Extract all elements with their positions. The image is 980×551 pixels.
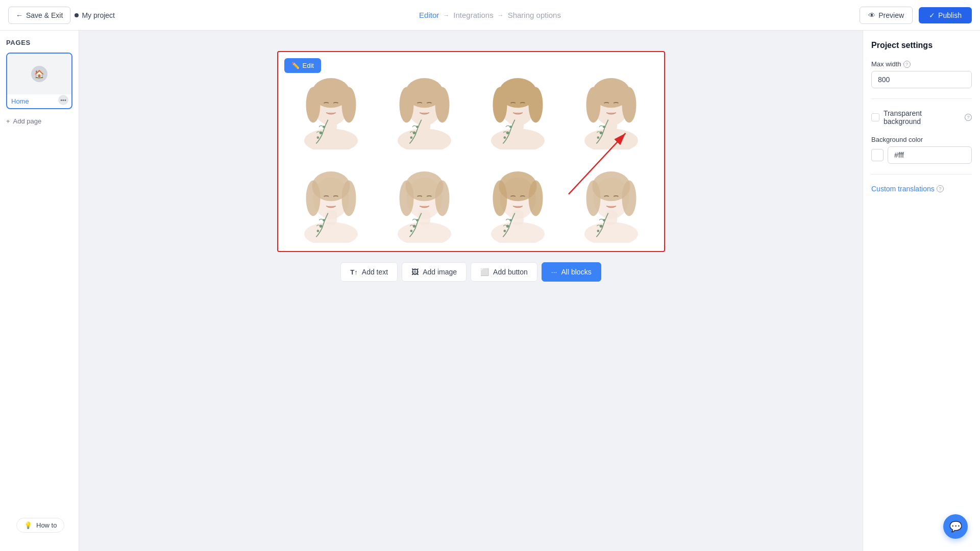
svg-point-34 (599, 131, 602, 134)
bg-color-row (871, 146, 972, 164)
project-name: My project (75, 11, 115, 19)
svg-point-63 (584, 222, 638, 243)
add-image-button[interactable]: 🖼 Add image (402, 262, 467, 282)
max-width-group: Max width ? (871, 60, 972, 88)
svg-point-62 (503, 230, 506, 232)
max-width-label: Max width ? (871, 60, 972, 68)
illustration-1 (286, 60, 376, 149)
svg-point-40 (306, 181, 320, 216)
edit-button[interactable]: ✏️ Edit (284, 58, 321, 73)
add-page-button[interactable]: + Add page (6, 115, 72, 127)
add-page-label: Add page (13, 117, 42, 125)
canvas-toolbar: T↑ Add text 🖼 Add image ⬜ Add button ···… (340, 262, 601, 282)
canvas-grid (278, 52, 664, 251)
svg-point-53 (410, 230, 412, 232)
max-width-input[interactable] (871, 71, 972, 88)
home-icon: 🏠 (31, 66, 47, 82)
svg-point-54 (491, 222, 545, 243)
svg-point-18 (491, 129, 545, 149)
check-icon: ✓ (929, 11, 935, 19)
dot-icon (75, 13, 79, 17)
svg-point-26 (503, 136, 506, 139)
svg-point-9 (398, 129, 451, 149)
button-icon: ⬜ (480, 268, 489, 276)
svg-point-68 (622, 181, 636, 216)
publish-label: Publish (938, 11, 962, 19)
edit-label: Edit (303, 62, 314, 69)
svg-point-41 (341, 181, 356, 216)
project-name-text: My project (82, 11, 115, 19)
illustration-6 (380, 154, 469, 243)
svg-point-67 (586, 181, 600, 216)
transparent-bg-label: Transparent background (884, 109, 961, 126)
custom-translations-link[interactable]: Custom translations ? (871, 185, 972, 193)
add-button-button[interactable]: ⬜ Add button (471, 262, 537, 282)
step-sharing[interactable]: Sharing options (508, 11, 561, 19)
svg-point-35 (597, 136, 599, 139)
svg-point-50 (435, 181, 449, 216)
svg-point-59 (528, 181, 543, 216)
arrow-icon-2: → (498, 12, 504, 19)
svg-point-13 (399, 87, 413, 123)
page-menu-icon[interactable]: ••• (58, 95, 68, 105)
custom-translations-label: Custom translations (871, 185, 935, 193)
svg-point-49 (399, 181, 413, 216)
navbar-right: 👁 Preview ✓ Publish (860, 7, 972, 24)
bg-color-group: Background color (871, 136, 972, 164)
all-blocks-button[interactable]: ··· All blocks (542, 262, 601, 282)
navbar-left: ← Save & Exit My project (8, 7, 115, 24)
add-button-label: Add button (493, 268, 528, 276)
svg-point-17 (410, 136, 412, 139)
page-card-inner: 🏠 (7, 54, 71, 94)
svg-point-4 (306, 87, 320, 123)
canvas-area: ✏️ Edit (79, 31, 863, 551)
svg-point-8 (316, 136, 319, 139)
illustration-3 (473, 60, 562, 149)
page-card-home[interactable]: 🏠 Home ••• (6, 53, 72, 109)
svg-point-44 (316, 230, 319, 232)
svg-point-0 (304, 129, 358, 149)
bg-color-input[interactable] (888, 146, 972, 164)
blocks-icon: ··· (551, 268, 557, 276)
svg-point-31 (586, 87, 600, 123)
add-text-label: Add text (362, 268, 388, 276)
illustration-5 (286, 154, 376, 243)
svg-point-14 (435, 87, 449, 123)
divider-1 (871, 98, 972, 99)
pencil-icon: ✏️ (291, 62, 300, 69)
panel-title: Project settings (871, 41, 972, 50)
sidebar: Pages 🏠 Home ••• + Add page 💡 How to (0, 31, 79, 551)
illustration-2 (380, 60, 469, 149)
divider-2 (871, 174, 972, 174)
illustration-7 (473, 154, 562, 243)
all-blocks-label: All blocks (561, 268, 592, 276)
svg-point-58 (493, 181, 507, 216)
custom-translations-section: Custom translations ? (871, 185, 972, 193)
bulb-icon: 💡 (24, 521, 32, 529)
illustration-4 (567, 60, 656, 149)
publish-button[interactable]: ✓ Publish (919, 7, 972, 23)
step-integrations[interactable]: Integrations (453, 11, 493, 19)
save-exit-button[interactable]: ← Save & Exit (8, 7, 70, 24)
add-image-label: Add image (423, 268, 457, 276)
step-editor[interactable]: Editor (419, 11, 439, 19)
transparent-bg-checkbox[interactable] (871, 113, 879, 121)
canvas-wrapper: ✏️ Edit (277, 51, 665, 252)
chat-button[interactable]: 💬 (943, 514, 968, 539)
bg-color-swatch[interactable] (871, 149, 884, 161)
text-icon: T↑ (350, 268, 357, 276)
add-text-button[interactable]: T↑ Add text (340, 262, 398, 282)
how-to-button[interactable]: 💡 How to (16, 518, 64, 533)
sidebar-title: Pages (6, 39, 72, 46)
chevron-left-icon: ← (16, 11, 23, 19)
preview-button[interactable]: 👁 Preview (860, 7, 913, 24)
transparent-bg-row: Transparent background ? (871, 109, 972, 126)
svg-point-23 (528, 87, 543, 123)
save-exit-label: Save & Exit (26, 11, 63, 19)
transparent-bg-help-icon[interactable]: ? (965, 114, 972, 121)
svg-point-45 (398, 222, 451, 243)
max-width-help-icon[interactable]: ? (903, 61, 911, 68)
custom-translations-help-icon[interactable]: ? (937, 185, 944, 192)
transparent-bg-group: Transparent background ? (871, 109, 972, 126)
svg-point-27 (584, 129, 638, 149)
